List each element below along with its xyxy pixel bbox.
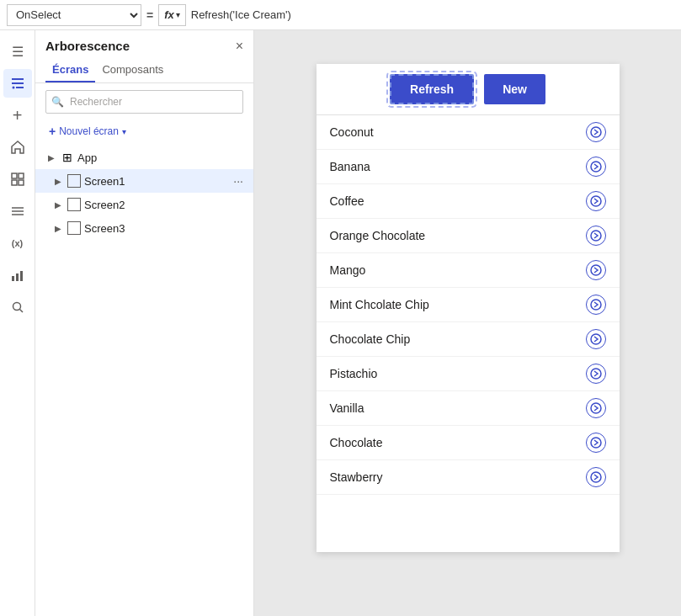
new-button[interactable]: New (484, 74, 545, 104)
list-item[interactable]: Chocolate Chip (317, 322, 620, 357)
tree-label-app: App (77, 151, 247, 164)
tree-item-screen3[interactable]: ▶ Screen3 (35, 216, 253, 240)
svg-rect-11 (12, 276, 14, 281)
list-item[interactable]: Vanilla (317, 391, 620, 426)
list-item[interactable]: Banana (317, 150, 620, 184)
arrow-circle-icon[interactable] (586, 398, 606, 418)
arrow-circle-icon[interactable] (586, 226, 606, 246)
svg-point-2 (12, 87, 14, 89)
search-icon: 🔍 (51, 96, 64, 108)
screen2-icon (67, 198, 81, 211)
list-item-label: Orange Chocolate (330, 229, 426, 242)
screen1-icon (67, 174, 81, 188)
svg-rect-13 (20, 271, 23, 281)
list-items: Coconut Banana Coffee (317, 115, 620, 552)
arrow-circle-icon[interactable] (586, 329, 606, 349)
home-icon[interactable] (3, 133, 32, 162)
svg-rect-3 (16, 87, 24, 88)
formula-input[interactable] (191, 4, 674, 26)
panel-tabs: Écrans Composants (35, 58, 253, 83)
more-options-button-screen1[interactable]: ··· (230, 173, 247, 189)
list-item-label: Pistachio (330, 367, 378, 380)
tree-item-app[interactable]: ▶ ⊞ App (35, 146, 253, 169)
tree-panel: Arborescence × Écrans Composants 🔍 + Nou… (35, 30, 254, 616)
svg-rect-0 (12, 78, 24, 80)
list-item-label: Coffee (330, 194, 364, 208)
main-area: ☰ + (0, 30, 681, 616)
arrow-circle-icon[interactable] (586, 191, 606, 211)
list-item-label: Mint Chcolate Chip (330, 298, 429, 311)
svg-rect-12 (16, 273, 19, 281)
chevron-down-icon: ▾ (176, 10, 180, 19)
formula-equals: = (146, 8, 153, 22)
tree-item-screen1[interactable]: ▶ Screen1 ··· (35, 169, 253, 193)
svg-line-15 (19, 310, 23, 313)
data-icon[interactable] (3, 197, 32, 226)
svg-point-21 (591, 300, 601, 310)
arrow-circle-icon[interactable] (586, 364, 606, 384)
tree-label-screen3: Screen3 (84, 222, 247, 235)
grid-icon[interactable] (3, 165, 32, 194)
chevron-right-icon-screen3: ▶ (52, 222, 64, 234)
list-item[interactable]: Orange Chocolate (317, 219, 620, 253)
variable-icon[interactable]: (x) (3, 229, 32, 258)
app-toolbar: Refresh New (317, 64, 620, 115)
arrow-circle-icon[interactable] (586, 295, 606, 315)
new-screen-label: Nouvel écran (59, 125, 119, 137)
hamburger-icon[interactable]: ☰ (3, 37, 32, 66)
chevron-down-icon: ▾ (122, 127, 126, 136)
search-input[interactable] (45, 90, 243, 114)
tab-composants[interactable]: Composants (95, 58, 170, 82)
tree-label-screen1: Screen1 (84, 175, 226, 188)
svg-point-17 (591, 162, 601, 172)
list-item-label: Chocolate (330, 436, 383, 449)
fx-icon: fx (164, 8, 174, 21)
svg-point-18 (591, 196, 601, 206)
formula-select[interactable]: OnSelect (7, 4, 141, 26)
chevron-right-icon-screen2: ▶ (52, 199, 64, 210)
svg-rect-4 (12, 173, 17, 178)
svg-point-20 (591, 265, 601, 275)
list-item[interactable]: Coconut (317, 115, 620, 150)
formula-fx-button[interactable]: fx ▾ (158, 4, 186, 26)
arrow-circle-icon[interactable] (586, 467, 606, 487)
chart-icon[interactable] (3, 261, 32, 289)
refresh-button[interactable]: Refresh (390, 74, 474, 104)
screen3-icon (67, 221, 81, 235)
list-item[interactable]: Pistachio (317, 357, 620, 391)
list-item-label: Banana (330, 160, 370, 173)
list-item[interactable]: Chocolate (317, 426, 620, 460)
svg-point-22 (591, 334, 601, 344)
tree-item-screen2[interactable]: ▶ Screen2 (35, 193, 253, 216)
layers-icon[interactable] (3, 69, 32, 98)
panel-close-button[interactable]: × (236, 40, 243, 53)
svg-rect-1 (12, 82, 24, 84)
arrow-circle-icon[interactable] (586, 122, 606, 142)
svg-rect-5 (19, 173, 24, 178)
svg-point-26 (591, 472, 601, 482)
list-item-label: Mango (330, 263, 366, 277)
panel-header: Arborescence × (35, 30, 253, 58)
svg-point-16 (591, 127, 601, 137)
arrow-circle-icon[interactable] (586, 433, 606, 453)
left-sidebar: ☰ + (0, 30, 35, 616)
panel-search-container: 🔍 (45, 90, 243, 114)
list-item[interactable]: Mango (317, 253, 620, 288)
arrow-circle-icon[interactable] (586, 157, 606, 177)
new-screen-button[interactable]: + Nouvel écran ▾ (45, 122, 243, 141)
list-item-label: Chocolate Chip (330, 332, 411, 346)
list-item[interactable]: Mint Chcolate Chip (317, 288, 620, 322)
chevron-right-icon: ▶ (45, 151, 57, 163)
list-item[interactable]: Coffee (317, 184, 620, 219)
svg-point-19 (591, 231, 601, 241)
panel-title: Arborescence (45, 39, 130, 53)
arrow-circle-icon[interactable] (586, 260, 606, 280)
add-icon[interactable]: + (3, 101, 32, 130)
svg-point-14 (13, 303, 20, 311)
tree-label-screen2: Screen2 (84, 199, 247, 211)
search-icon-left[interactable] (3, 293, 32, 321)
svg-rect-7 (19, 180, 24, 185)
list-item-label: Coconut (330, 125, 374, 139)
list-item[interactable]: Stawberry (317, 460, 620, 495)
tab-ecrans[interactable]: Écrans (45, 58, 95, 82)
